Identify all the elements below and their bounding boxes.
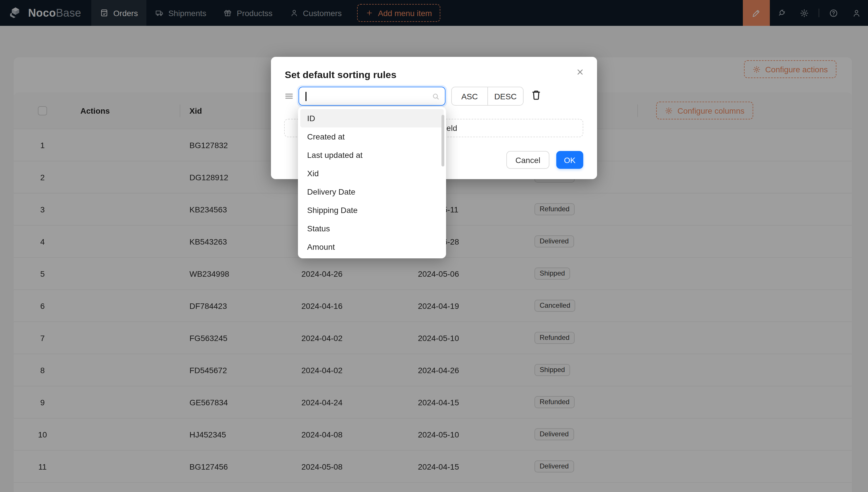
dropdown-option-delivery-date[interactable]: Delivery Date <box>300 182 444 201</box>
dropdown-option-shipping-date[interactable]: Shipping Date <box>300 201 444 219</box>
dropdown-option-status[interactable]: Status <box>300 219 444 238</box>
dropdown-option-xid[interactable]: Xid <box>300 164 444 182</box>
modal-title: Set default sorting rules <box>285 70 396 81</box>
asc-button[interactable]: ASC <box>452 87 488 105</box>
sort-field-select[interactable] <box>299 87 445 106</box>
desc-button[interactable]: DESC <box>488 87 523 105</box>
screen: NocoBase Orders Shipments Productss <box>0 0 868 492</box>
sort-direction-group: ASC DESC <box>451 87 524 106</box>
drag-handle-icon[interactable] <box>284 91 294 101</box>
modal-footer: Cancel OK <box>506 151 583 169</box>
dropdown-option-last-updated-at[interactable]: Last updated at <box>300 146 444 164</box>
search-icon <box>432 93 440 100</box>
text-cursor <box>305 92 306 101</box>
trash-icon[interactable] <box>530 89 543 103</box>
close-icon[interactable] <box>576 68 586 78</box>
cancel-button[interactable]: Cancel <box>506 151 549 169</box>
dropdown-option-amount[interactable]: Amount <box>300 238 444 256</box>
dropdown-option-created-at[interactable]: Created at <box>300 127 444 146</box>
ok-button[interactable]: OK <box>556 151 583 169</box>
sort-field-dropdown: ID Created at Last updated at Xid Delive… <box>298 107 446 259</box>
dropdown-option-id[interactable]: ID <box>300 109 444 127</box>
dropdown-scrollbar[interactable] <box>442 115 444 167</box>
